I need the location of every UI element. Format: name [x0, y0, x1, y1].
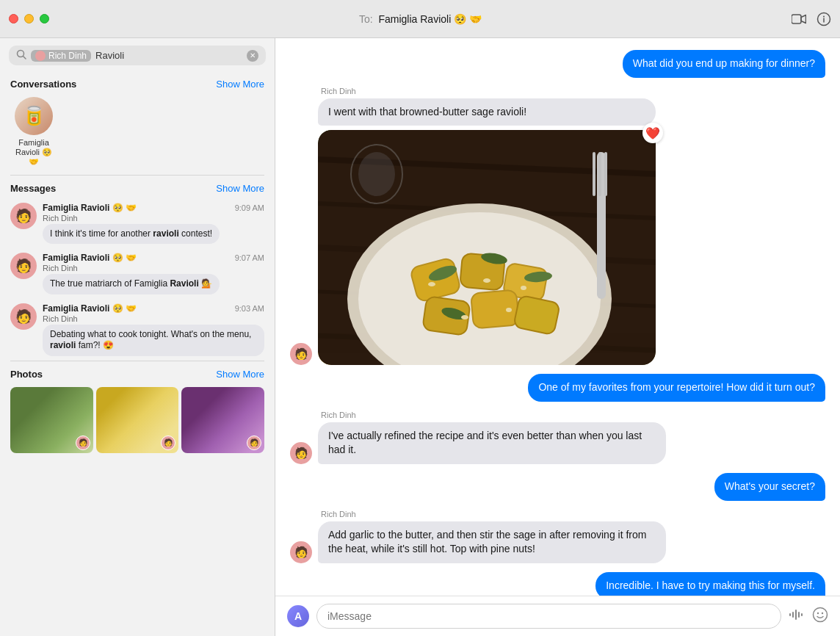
chat-bubble-4: What's your secret? — [714, 473, 825, 501]
msg-time-2: 9:03 AM — [235, 304, 264, 313]
title-bar: To: Famiglia Ravioli 🥺 🤝 — [0, 0, 840, 38]
photo-avatar-1: 🧑 — [161, 436, 175, 450]
msg-bubble-1: The true matriarch of Famiglia Ravioli 💁 — [43, 274, 220, 294]
messages-header: Messages Show More — [0, 176, 275, 198]
photo-thumb-1[interactable]: 🧑 — [96, 387, 179, 453]
message-result-0[interactable]: 🧑 Famiglia Ravioli 🥺 🤝 9:09 AM Rich Dinh… — [0, 198, 275, 249]
bubble-group-3: Rich Dinh I've actually refined the reci… — [318, 411, 666, 464]
svg-point-23 — [483, 278, 490, 283]
maximize-button[interactable] — [40, 14, 49, 24]
message-result-2[interactable]: 🧑 Famiglia Ravioli 🥺 🤝 9:03 AM Rich Dinh… — [0, 299, 275, 361]
msg-content-1: Famiglia Ravioli 🥺 🤝 9:07 AM Rich Dinh T… — [43, 253, 264, 294]
chat-input-area: A — [275, 596, 840, 636]
messages-title: Messages — [10, 183, 56, 194]
svg-rect-36 — [798, 612, 800, 618]
minimize-button[interactable] — [24, 14, 34, 24]
bubble-group-2: One of my favorites from your repertoire… — [528, 374, 825, 402]
svg-point-26 — [506, 308, 512, 312]
svg-rect-16 — [471, 290, 519, 329]
search-tag-name: Rich Dinh — [48, 51, 87, 61]
chat-bubble-2: One of my favorites from your repertoire… — [528, 374, 825, 402]
bubble-group-6: Incredible. I have to try making this fo… — [595, 572, 825, 596]
photo-avatar-2: 🧑 — [247, 436, 261, 450]
famiglia-conv-name: FamigliaRavioli 🥺 🤝 — [10, 138, 57, 167]
msg-sender-group-0: Famiglia Ravioli 🥺 🤝 — [43, 203, 137, 213]
photo-thumb-0[interactable]: 🧑 — [10, 387, 93, 453]
msg-header-1: Famiglia Ravioli 🥺 🤝 9:07 AM — [43, 253, 264, 263]
chat-bubble-0: What did you end up making for dinner? — [623, 50, 825, 78]
photos-show-more[interactable]: Show More — [216, 369, 264, 380]
to-label: To: — [359, 13, 373, 25]
chat-messages: What did you end up making for dinner? 🧑… — [275, 38, 840, 596]
msg-from-0: Rich Dinh — [43, 214, 264, 223]
chat-area: What did you end up making for dinner? 🧑… — [275, 38, 840, 636]
svg-rect-37 — [801, 613, 803, 616]
msg-sender-group-2: Famiglia Ravioli 🥺 🤝 — [43, 303, 137, 314]
svg-point-32 — [358, 152, 395, 196]
bubble-sender-name-1: Rich Dinh — [321, 87, 656, 95]
conversations-show-more[interactable]: Show More — [216, 79, 264, 90]
msg-avatar-1: 🧑 — [10, 253, 37, 279]
chat-bubble-5: Add garlic to the butter, and then stir … — [318, 521, 666, 563]
title-bar-center: To: Famiglia Ravioli 🥺 🤝 — [49, 13, 792, 25]
message-result-1[interactable]: 🧑 Famiglia Ravioli 🥺 🤝 9:07 AM Rich Dinh… — [0, 248, 275, 299]
chat-bubble-3: I've actually refined the recipe and it'… — [318, 422, 666, 464]
msg-header-2: Famiglia Ravioli 🥺 🤝 9:03 AM — [43, 303, 264, 314]
msg-time-0: 9:09 AM — [235, 203, 264, 212]
chat-msg-row-3: 🧑 Rich Dinh I've actually refined the re… — [290, 411, 825, 464]
heart-reaction[interactable]: ❤️ — [642, 123, 663, 143]
photo-thumb-2[interactable]: 🧑 — [181, 387, 264, 453]
svg-rect-0 — [792, 15, 801, 24]
conversation-item-famiglia[interactable]: 🥫 FamigliaRavioli 🥺 🤝 — [10, 97, 57, 167]
famiglia-avatar: 🥫 — [15, 97, 53, 135]
msg-content-0: Famiglia Ravioli 🥺 🤝 9:09 AM Rich Dinh I… — [43, 203, 264, 245]
bubble-sender-name-5: Rich Dinh — [321, 510, 666, 518]
chat-bubble-6: Incredible. I have to try making this fo… — [595, 572, 825, 596]
chat-msg-row-4: What's your secret? — [290, 473, 825, 501]
msg-sender-group-1: Famiglia Ravioli 🥺 🤝 — [43, 253, 137, 263]
image-bubble[interactable] — [318, 130, 656, 365]
audio-wave-icon[interactable] — [789, 609, 805, 624]
messages-show-more[interactable]: Show More — [216, 183, 264, 194]
conversation-title: To: Famiglia Ravioli 🥺 🤝 — [359, 13, 482, 25]
video-call-icon[interactable] — [792, 12, 806, 26]
svg-rect-29 — [598, 152, 601, 196]
chat-bubble-1: I went with that browned-butter sage rav… — [318, 98, 656, 126]
search-bar[interactable]: Rich Dinh Ravioli ✕ — [9, 46, 266, 65]
svg-rect-34 — [792, 612, 794, 618]
image-bubble-wrap: ❤️ — [318, 130, 656, 365]
traffic-lights — [9, 14, 49, 24]
svg-rect-28 — [593, 152, 595, 196]
close-button[interactable] — [9, 14, 18, 24]
msg-bubble-0: I think it's time for another ravioli co… — [43, 224, 220, 245]
chat-msg-row-5: 🧑 Rich Dinh Add garlic to the butter, an… — [290, 510, 825, 563]
msg-header-0: Famiglia Ravioli 🥺 🤝 9:09 AM — [43, 203, 264, 213]
search-clear-button[interactable]: ✕ — [247, 50, 258, 62]
svg-point-24 — [521, 286, 526, 290]
chat-sender-avatar-1: 🧑 — [290, 343, 312, 365]
conversations-header: Conversations Show More — [0, 71, 275, 94]
svg-point-38 — [814, 607, 828, 621]
bubble-group-0: What did you end up making for dinner? — [623, 50, 825, 78]
title-bar-actions — [792, 12, 831, 26]
emoji-icon[interactable] — [812, 607, 828, 626]
svg-rect-35 — [795, 610, 797, 620]
msg-time-1: 9:07 AM — [235, 253, 264, 262]
msg-from-2: Rich Dinh — [43, 314, 264, 323]
info-icon[interactable] — [817, 12, 831, 26]
chat-msg-row-1: 🧑 Rich Dinh I went with that browned-but… — [290, 87, 825, 366]
search-query-text: Ravioli — [95, 50, 242, 61]
msg-bubble-2: Debating what to cook tonight. What's on… — [43, 325, 264, 356]
chat-msg-row-6: Incredible. I have to try making this fo… — [290, 572, 825, 596]
msg-from-1: Rich Dinh — [43, 264, 264, 272]
chat-sender-avatar-5: 🧑 — [290, 541, 312, 563]
app-icon-button[interactable]: A — [287, 605, 309, 627]
bubble-group-1: Rich Dinh I went with that browned-butte… — [318, 87, 656, 366]
photo-avatar-0: 🧑 — [76, 436, 90, 450]
message-input[interactable] — [316, 604, 781, 629]
svg-point-40 — [822, 612, 823, 613]
svg-point-25 — [461, 315, 468, 319]
svg-rect-30 — [604, 152, 607, 196]
chat-msg-row-0: What did you end up making for dinner? — [290, 50, 825, 78]
search-icon — [16, 49, 26, 62]
